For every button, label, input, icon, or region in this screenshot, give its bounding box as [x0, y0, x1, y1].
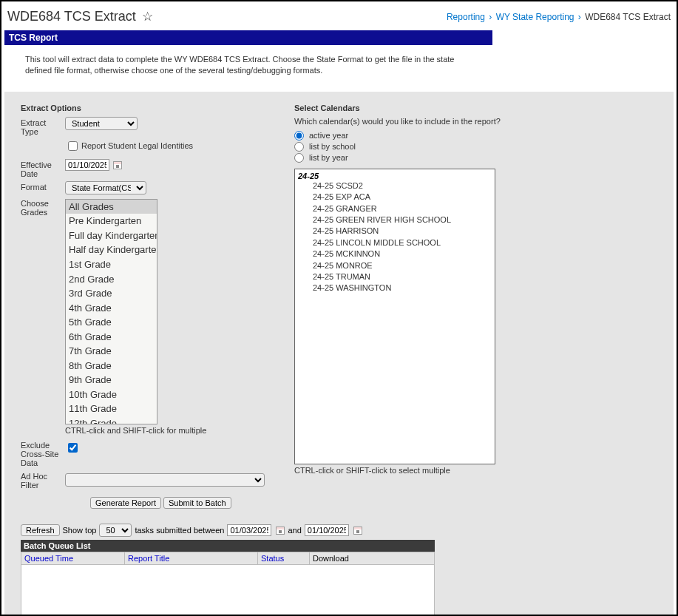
grade-option[interactable]: 12th Grade [66, 416, 157, 424]
list-by-school-label: list by school [309, 142, 356, 151]
calendar-option[interactable]: 24-25 TRUMAN [295, 271, 495, 282]
favorite-star-icon[interactable]: ☆ [142, 9, 153, 24]
effective-date-input[interactable] [65, 159, 109, 171]
col-queued-time[interactable]: Queued Time [24, 554, 73, 563]
col-status[interactable]: Status [261, 554, 284, 563]
extract-options-title: Extract Options [21, 104, 272, 112]
batch-area: Refresh Show top 50 tasks submitted betw… [4, 521, 674, 616]
calendar-option[interactable]: 24-25 WASHINGTON [295, 282, 495, 294]
grade-option[interactable]: 10th Grade [66, 387, 157, 402]
grade-option[interactable]: 1st Grade [66, 257, 157, 272]
section-bar-tcs-report: TCS Report [4, 30, 492, 45]
grade-option[interactable]: Half day Kindergarten [66, 243, 157, 257]
chevron-right-icon: › [489, 12, 492, 22]
chevron-right-icon: › [578, 12, 581, 22]
select-calendars-title: Select Calendars [294, 104, 657, 112]
show-top-select[interactable]: 50 [99, 524, 132, 537]
calendar-option[interactable]: 24-25 MCKINNON [295, 248, 495, 260]
grades-listbox[interactable]: All GradesPre KindergartenFull day Kinde… [65, 199, 157, 424]
calendar-icon[interactable] [113, 161, 122, 169]
exclude-cross-site-checkbox[interactable] [68, 443, 78, 453]
and-label: and [288, 526, 301, 535]
page-header: WDE684 TCS Extract ☆ Reporting › WY Stat… [1, 1, 677, 30]
tool-description: This tool will extract data to complete … [4, 45, 492, 92]
grade-option[interactable]: 3rd Grade [66, 286, 157, 301]
calendar-year-header: 24-25 [295, 172, 495, 180]
batch-queue-table: Queued Time Report Title Status Download [21, 552, 435, 616]
main-form: Extract Options Extract Type Student Rep… [4, 92, 674, 521]
grade-option[interactable]: 9th Grade [66, 373, 157, 387]
list-by-school-radio[interactable] [294, 142, 304, 152]
grade-option[interactable]: 6th Grade [66, 330, 157, 345]
calendar-option[interactable]: 24-25 LINCOLN MIDDLE SCHOOL [295, 237, 495, 248]
list-by-year-label: list by year [309, 153, 348, 162]
calendars-question: Which calendar(s) would you like to incl… [294, 117, 657, 126]
extract-type-label: Extract Type [21, 117, 65, 136]
batch-date-from-input[interactable] [227, 524, 271, 536]
exclude-cross-site-label: Exclude Cross-Site Data [21, 439, 65, 467]
grade-option[interactable]: 5th Grade [66, 315, 157, 330]
col-download: Download [310, 552, 435, 565]
page-title: WDE684 TCS Extract [7, 9, 136, 24]
show-top-label: Show top [63, 526, 97, 535]
format-select[interactable]: State Format(CSV) [65, 181, 146, 194]
report-legal-identities-label: Report Student Legal Identities [81, 141, 193, 150]
grade-option[interactable]: 4th Grade [66, 301, 157, 316]
calendar-listbox[interactable]: 24-25 24-25 SCSD224-25 EXP ACA24-25 GRAN… [294, 169, 495, 464]
calendar-icon[interactable] [353, 527, 362, 535]
adhoc-filter-label: Ad Hoc Filter [21, 470, 65, 490]
adhoc-filter-select[interactable] [65, 473, 265, 487]
calendar-option[interactable]: 24-25 MONROE [295, 260, 495, 271]
report-legal-identities-checkbox[interactable] [68, 141, 78, 151]
active-year-label: active year [309, 131, 348, 140]
generate-report-button[interactable]: Generate Report [90, 497, 161, 509]
list-by-year-radio[interactable] [294, 153, 304, 163]
calendar-icon[interactable] [276, 527, 285, 535]
effective-date-label: Effective Date [21, 159, 65, 178]
grade-option[interactable]: 7th Grade [66, 344, 157, 359]
batch-queue-title: Batch Queue List [21, 540, 435, 552]
grade-option[interactable]: Full day Kindergarten [66, 229, 157, 243]
calendar-option[interactable]: 24-25 HARRISON [295, 226, 495, 237]
col-report-title[interactable]: Report Title [128, 554, 169, 563]
breadcrumb-current: WDE684 TCS Extract [585, 12, 671, 22]
grade-option[interactable]: All Grades [66, 200, 157, 214]
breadcrumb: Reporting › WY State Reporting › WDE684 … [447, 12, 671, 22]
submit-to-batch-button[interactable]: Submit to Batch [163, 497, 231, 509]
grade-option[interactable]: 11th Grade [66, 402, 157, 416]
grade-option[interactable]: Pre Kindergarten [66, 214, 157, 229]
tasks-submitted-label: tasks submitted between [135, 526, 224, 535]
table-row [21, 565, 435, 616]
calendar-option[interactable]: 24-25 GRANGER [295, 203, 495, 214]
batch-date-to-input[interactable] [305, 524, 349, 536]
grade-option[interactable]: 8th Grade [66, 359, 157, 373]
refresh-button[interactable]: Refresh [21, 524, 60, 536]
extract-type-select[interactable]: Student [65, 117, 138, 130]
grade-option[interactable]: 2nd Grade [66, 272, 157, 287]
choose-grades-label: Choose Grades [21, 197, 65, 217]
format-label: Format [21, 181, 65, 192]
calendar-option[interactable]: 24-25 GREEN RIVER HIGH SCHOOL [295, 214, 495, 226]
breadcrumb-reporting[interactable]: Reporting [447, 12, 485, 22]
calendar-option[interactable]: 24-25 SCSD2 [295, 180, 495, 192]
calendar-hint: CTRL-click or SHIFT-click to select mult… [294, 466, 657, 475]
calendar-option[interactable]: 24-25 EXP ACA [295, 192, 495, 203]
breadcrumb-wy-state[interactable]: WY State Reporting [496, 12, 574, 22]
grades-hint: CTRL-click and SHIFT-click for multiple [65, 426, 272, 435]
active-year-radio[interactable] [294, 131, 304, 141]
